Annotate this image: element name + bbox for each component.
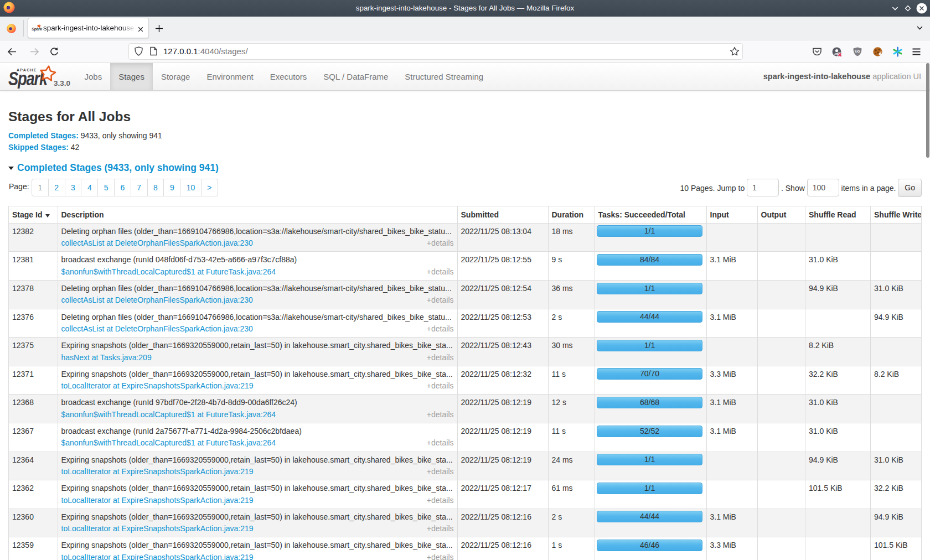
svg-text:Spark: Spark <box>32 27 43 32</box>
svg-text:APACHE: APACHE <box>17 68 37 72</box>
svg-text:UO: UO <box>855 50 860 53</box>
